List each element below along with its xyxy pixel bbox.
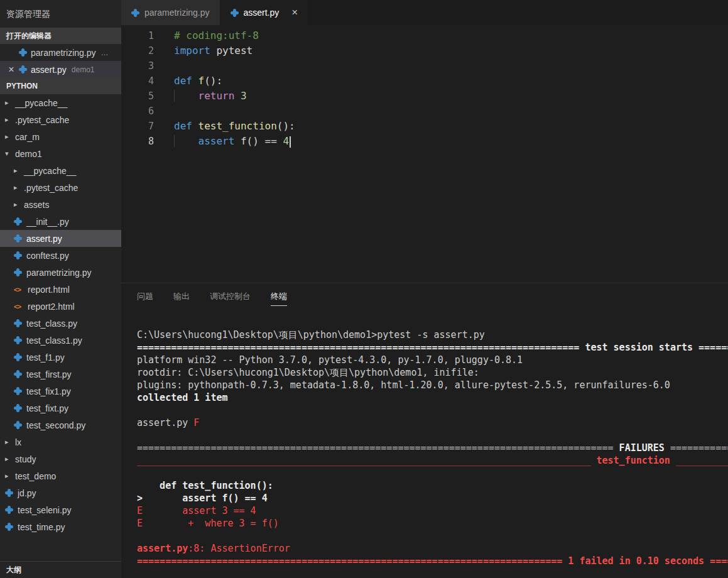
html-file-icon: <> (14, 303, 23, 310)
chevron-right-icon[interactable]: ▸ (5, 116, 15, 124)
terminal-line: platform win32 -- Python 3.7.0, pytest-4… (137, 354, 728, 366)
terminal-line (137, 404, 728, 417)
tree-folder-item[interactable]: ▸assets (0, 196, 121, 213)
terminal-line: ========================================… (137, 341, 728, 354)
panel-tab-调试控制台[interactable]: 调试控制台 (210, 291, 251, 306)
tree-file-item[interactable]: parametrizing.py (0, 264, 121, 281)
tree-folder-item[interactable]: ▸.pytest_cache (0, 179, 121, 196)
terminal-line: ========================================… (137, 555, 728, 567)
tree-item-label: test_fixt.py (26, 403, 68, 413)
terminal-line: def test_function(): (137, 479, 728, 492)
chevron-down-icon[interactable]: ▾ (5, 150, 15, 158)
tree-item-label: test_class1.py (26, 335, 82, 346)
panel-tab-bar: 问题输出调试控制台终端 (121, 283, 728, 311)
tree-item-label: lx (15, 437, 21, 447)
code-editor[interactable]: 1# coding:utf-82import pytest34def f():5… (121, 25, 728, 283)
tree-item-label: __pycache__ (24, 166, 76, 176)
text-cursor (290, 136, 291, 148)
tree-folder-item[interactable]: ▾demo1 (0, 145, 121, 162)
python-file-icon (14, 387, 22, 395)
tree-file-item[interactable]: test_f1.py (0, 349, 121, 366)
python-file-icon (5, 506, 13, 514)
python-file-icon (14, 404, 22, 412)
tree-file-item[interactable]: test_fix1.py (0, 383, 121, 400)
tree-file-item[interactable]: <>report2.html (0, 298, 121, 315)
code-line-content: return 3 (174, 89, 247, 104)
code-line: 3 (121, 58, 728, 74)
tree-file-item[interactable]: conftest.py (0, 247, 121, 264)
terminal-line (137, 530, 728, 542)
tree-file-item[interactable]: test_class.py (0, 315, 121, 332)
tree-file-item[interactable]: test_first.py (0, 366, 121, 383)
close-icon[interactable]: × (291, 6, 298, 19)
python-file-icon (19, 48, 27, 57)
open-editor-detail: demo1 (72, 65, 95, 74)
terminal-output[interactable]: C:\Users\hucong1\Desktop\项目\python\demo1… (121, 311, 728, 567)
chevron-right-icon[interactable]: ▸ (14, 200, 24, 209)
code-line-content: def test_function(): (174, 119, 295, 134)
python-file-icon (14, 421, 22, 429)
code-line: 6 (121, 104, 728, 119)
open-editors-header[interactable]: 打开的编辑器 (0, 28, 121, 44)
tree-item-label: conftest.py (26, 251, 69, 261)
tree-file-item[interactable]: __init__.py (0, 213, 121, 230)
tree-item-label: report2.html (28, 302, 75, 312)
line-number: 8 (121, 134, 154, 149)
python-section-header[interactable]: PYTHON (0, 78, 121, 94)
tree-item-label: study (15, 454, 36, 464)
chevron-right-icon[interactable]: ▸ (5, 455, 15, 463)
tree-item-label: __pycache__ (15, 98, 67, 108)
editor-tab[interactable]: assert.py× (220, 0, 309, 25)
chevron-right-icon[interactable]: ▸ (5, 438, 15, 446)
code-line: 8 assert f() == 4 (121, 134, 728, 149)
open-editors-list: parametrizing.py…×assert.pydemo1 (0, 44, 121, 78)
close-icon[interactable]: × (4, 64, 19, 75)
tab-label: assert.py (244, 8, 280, 18)
terminal-line: rootdir: C:\Users\hucong1\Desktop\项目\pyt… (137, 366, 728, 379)
tree-folder-item[interactable]: ▸.pytest_cache (0, 111, 121, 128)
chevron-right-icon[interactable]: ▸ (5, 472, 15, 480)
tree-file-item[interactable]: test_fixt.py (0, 400, 121, 417)
editor-tab[interactable]: parametrizing.py (121, 0, 220, 25)
chevron-right-icon[interactable]: ▸ (14, 166, 24, 175)
tree-file-item[interactable]: test_second.py (0, 417, 121, 434)
open-editor-label: parametrizing.py (31, 48, 96, 58)
tree-file-item[interactable]: <>report.html (0, 281, 121, 298)
tree-folder-item[interactable]: ▸test_demo (0, 467, 121, 484)
python-file-icon (14, 251, 22, 259)
tree-folder-item[interactable]: ▸__pycache__ (0, 162, 121, 179)
line-number: 7 (121, 119, 154, 134)
tree-folder-item[interactable]: ▸study (0, 450, 121, 467)
tree-file-item[interactable]: test_seleni.py (0, 501, 121, 518)
tree-folder-item[interactable]: ▸__pycache__ (0, 94, 121, 111)
tree-file-item[interactable]: assert.py (0, 230, 121, 247)
code-line-content: def f(): (174, 74, 222, 89)
code-line: 2import pytest (121, 43, 728, 58)
line-number: 6 (121, 104, 154, 119)
tree-folder-item[interactable]: ▸lx (0, 434, 121, 450)
panel-tab-问题[interactable]: 问题 (137, 291, 153, 306)
chevron-right-icon[interactable]: ▸ (5, 133, 15, 141)
open-editor-item[interactable]: parametrizing.py… (0, 44, 121, 61)
sidebar-title: 资源管理器 (0, 0, 121, 28)
panel-tab-输出[interactable]: 输出 (173, 291, 190, 306)
panel-tab-终端[interactable]: 终端 (271, 291, 287, 306)
terminal-line: ________________________________________… (137, 454, 728, 467)
tree-item-label: test_fix1.py (26, 386, 71, 396)
python-file-icon (231, 9, 239, 17)
chevron-right-icon[interactable]: ▸ (14, 183, 24, 192)
tree-file-item[interactable]: jd.py (0, 484, 121, 501)
terminal-line: C:\Users\hucong1\Desktop\项目\python\demo1… (137, 329, 728, 341)
open-editor-item[interactable]: ×assert.pydemo1 (0, 61, 121, 78)
tree-folder-item[interactable]: ▸car_m (0, 128, 121, 145)
tree-item-label: test_seleni.py (18, 505, 72, 515)
tree-item-label: test_time.py (18, 522, 65, 532)
outline-section-header[interactable]: 大纲 (0, 561, 121, 578)
chevron-right-icon[interactable]: ▸ (5, 99, 15, 107)
python-file-icon (5, 489, 13, 497)
tree-file-item[interactable]: test_class1.py (0, 332, 121, 349)
line-number: 5 (121, 89, 154, 104)
tree-item-label: parametrizing.py (26, 268, 92, 278)
tree-file-item[interactable]: test_time.py (0, 518, 121, 535)
tree-item-label: report.html (28, 285, 70, 295)
